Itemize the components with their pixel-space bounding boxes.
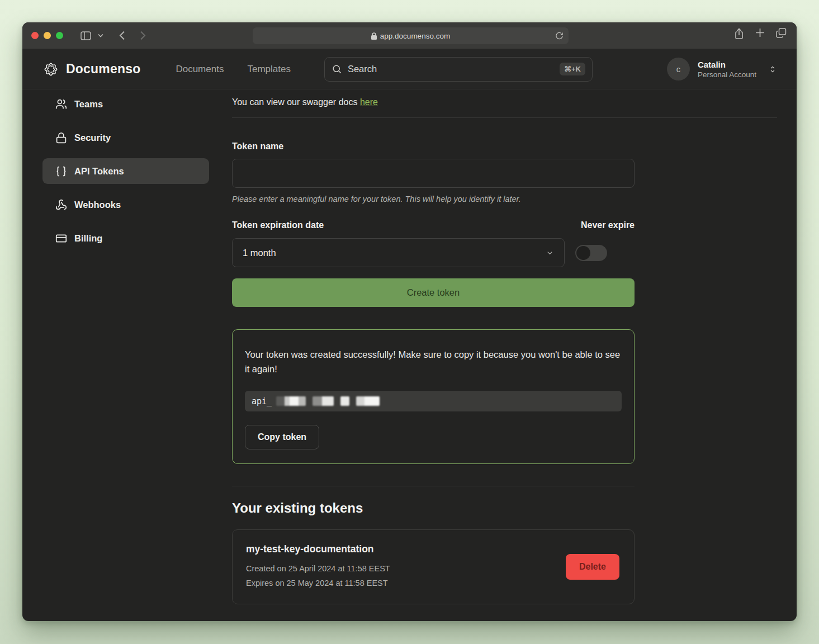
token-name-text: my-test-key-documentation: [246, 543, 390, 555]
sidebar-item-label: Billing: [74, 233, 102, 244]
sidebar-item-api-tokens[interactable]: API Tokens: [42, 158, 209, 184]
app-header: Documenso Documents Templates Search ⌘+K…: [22, 49, 797, 89]
swagger-docs-link[interactable]: here: [360, 97, 378, 107]
divider: [232, 486, 635, 486]
delete-token-button[interactable]: Delete: [566, 554, 619, 580]
chevrons-up-down-icon: [769, 64, 777, 74]
brand-name: Documenso: [66, 61, 140, 77]
copy-token-button[interactable]: Copy token: [245, 425, 319, 449]
token-expires-text: Expires on 25 May 2024 at 11:58 EEST: [246, 576, 390, 590]
create-token-button[interactable]: Create token: [232, 278, 635, 307]
token-name-label: Token name: [232, 141, 635, 151]
avatar: c: [667, 58, 690, 80]
sidebar-item-billing[interactable]: Billing: [42, 225, 209, 251]
search-icon: [332, 64, 342, 74]
token-expiration-label: Token expiration date: [232, 220, 324, 230]
url-text: app.documenso.com: [380, 32, 450, 40]
sidebar-item-label: Teams: [74, 99, 103, 110]
token-prefix-text: api_: [252, 396, 272, 406]
tab-overview-icon[interactable]: [776, 28, 787, 40]
lock-icon: [371, 32, 377, 40]
account-name: Catalin: [698, 59, 756, 70]
existing-token-card: my-test-key-documentation Created on 25 …: [232, 529, 635, 604]
expiration-select-value: 1 month: [243, 248, 276, 258]
swagger-docs-text: You can view our swagger docs here: [232, 97, 777, 107]
lock-icon: [55, 132, 67, 144]
sidebar-item-label: Webhooks: [74, 200, 121, 210]
sidebar-item-webhooks[interactable]: Webhooks: [42, 192, 209, 217]
expiration-select[interactable]: 1 month: [232, 238, 565, 267]
divider: [232, 117, 777, 118]
back-button-icon[interactable]: [117, 29, 127, 42]
braces-icon: [55, 165, 67, 177]
nav-documents[interactable]: Documents: [176, 64, 224, 75]
api-tokens-page: You can view our swagger docs here Token…: [210, 89, 797, 621]
redacted-token-blocks: [276, 396, 380, 406]
toggle-knob: [576, 246, 590, 260]
never-expire-label: Never expire: [581, 220, 635, 230]
minimize-window-button[interactable]: [44, 32, 51, 39]
sidebar-item-security[interactable]: Security: [42, 125, 209, 150]
search-shortcut-badge: ⌘+K: [560, 63, 585, 75]
settings-sidebar: Teams Security API Tokens Webhooks: [22, 89, 210, 621]
search-placeholder: Search: [348, 64, 377, 74]
chevron-down-icon: [546, 249, 554, 257]
sidebar-item-label: Security: [74, 132, 111, 143]
sidebar-item-teams[interactable]: Teams: [42, 91, 209, 117]
sidebar-toggle-icon[interactable]: [79, 30, 93, 42]
token-created-alert: Your token was created successfully! Mak…: [232, 329, 635, 464]
account-menu[interactable]: c Catalin Personal Account: [667, 58, 777, 80]
zoom-window-button[interactable]: [56, 32, 63, 39]
token-name-input[interactable]: [232, 159, 635, 188]
token-value-field[interactable]: api_: [245, 391, 622, 411]
address-bar[interactable]: app.documenso.com: [253, 27, 569, 44]
close-window-button[interactable]: [31, 32, 39, 39]
new-tab-icon[interactable]: [755, 28, 765, 40]
browser-window: app.documenso.com: [22, 22, 797, 621]
traffic-lights: [31, 32, 63, 39]
sidebar-dropdown-chevron-icon[interactable]: [96, 32, 105, 39]
sidebar-item-label: API Tokens: [74, 166, 124, 177]
credit-card-icon: [55, 233, 67, 244]
browser-chrome: app.documenso.com: [22, 22, 797, 49]
account-type: Personal Account: [698, 70, 756, 79]
existing-tokens-heading: Your existing tokens: [232, 500, 635, 516]
share-icon[interactable]: [734, 28, 744, 40]
documenso-logo-icon: [42, 61, 59, 78]
nav-templates[interactable]: Templates: [247, 64, 290, 75]
token-name-help-text: Please enter a meaningful name for your …: [232, 195, 635, 203]
token-created-text: Created on 25 April 2024 at 11:58 EEST: [246, 562, 390, 576]
reload-icon[interactable]: [555, 31, 564, 40]
brand[interactable]: Documenso: [42, 61, 140, 78]
forward-button-icon[interactable]: [138, 29, 148, 42]
webhook-icon: [55, 199, 67, 211]
users-icon: [55, 98, 67, 110]
top-navigation: Documents Templates: [176, 64, 290, 75]
token-created-message: Your token was created successfully! Mak…: [245, 348, 622, 376]
search-input[interactable]: Search ⌘+K: [324, 57, 593, 82]
never-expire-toggle[interactable]: [575, 245, 607, 261]
